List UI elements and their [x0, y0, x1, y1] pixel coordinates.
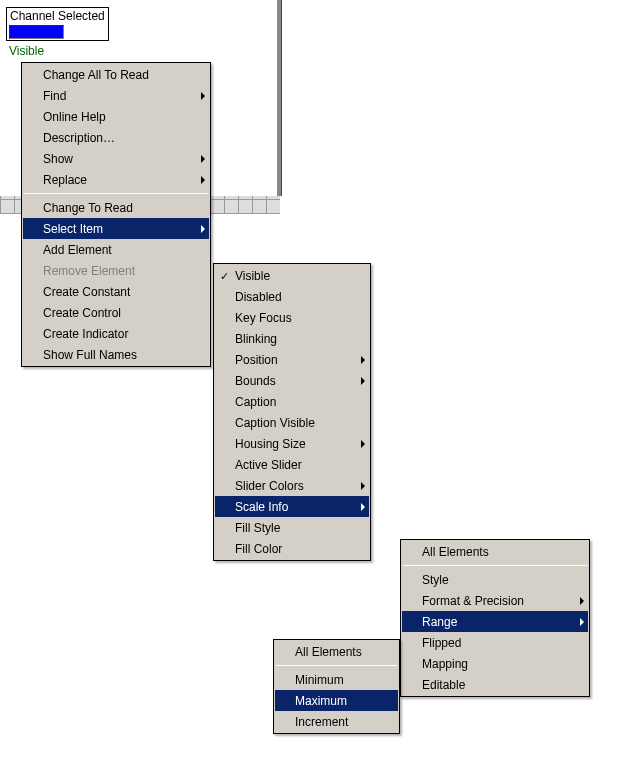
context-menu-main: Change All To ReadFindOnline HelpDescrip… [21, 62, 211, 367]
submenu-arrow-icon [201, 225, 205, 233]
menu-item-flipped[interactable]: Flipped [402, 632, 588, 653]
menu-item-label: Caption [235, 395, 276, 409]
menu-item-all-elements[interactable]: All Elements [275, 641, 398, 662]
menu-item-editable[interactable]: Editable [402, 674, 588, 695]
menu-item-maximum[interactable]: Maximum [275, 690, 398, 711]
menu-item-label: Create Indicator [43, 327, 128, 341]
menu-item-label: Fill Color [235, 542, 282, 556]
menu-item-label: Bounds [235, 374, 276, 388]
submenu-arrow-icon [201, 155, 205, 163]
submenu-arrow-icon [201, 92, 205, 100]
menu-item-label: Caption Visible [235, 416, 315, 430]
menu-item-show-full-names[interactable]: Show Full Names [23, 344, 209, 365]
menu-item-label: Housing Size [235, 437, 306, 451]
submenu-arrow-icon [361, 356, 365, 364]
menu-item-label: Visible [235, 269, 270, 283]
menu-item-style[interactable]: Style [402, 569, 588, 590]
menu-item-label: Fill Style [235, 521, 280, 535]
menu-item-create-control[interactable]: Create Control [23, 302, 209, 323]
menu-item-label: Slider Colors [235, 479, 304, 493]
menu-item-mapping[interactable]: Mapping [402, 653, 588, 674]
menu-item-label: Position [235, 353, 278, 367]
menu-item-label: Maximum [295, 694, 347, 708]
menu-item-label: Create Control [43, 306, 121, 320]
menu-item-housing-size[interactable]: Housing Size [215, 433, 369, 454]
submenu-scale-info: All ElementsStyleFormat & PrecisionRange… [400, 539, 590, 697]
menu-separator [24, 193, 208, 194]
menu-item-caption-visible[interactable]: Caption Visible [215, 412, 369, 433]
menu-item-scale-info[interactable]: Scale Info [215, 496, 369, 517]
submenu-select-item: ✓VisibleDisabledKey FocusBlinkingPositio… [213, 263, 371, 561]
menu-item-label: Select Item [43, 222, 103, 236]
color-swatch[interactable] [9, 25, 64, 39]
submenu-arrow-icon [361, 503, 365, 511]
menu-item-label: Editable [422, 678, 465, 692]
menu-item-change-to-read[interactable]: Change To Read [23, 197, 209, 218]
menu-item-caption[interactable]: Caption [215, 391, 369, 412]
menu-item-range[interactable]: Range [402, 611, 588, 632]
submenu-range: All ElementsMinimumMaximumIncrement [273, 639, 400, 734]
checkmark-icon: ✓ [220, 269, 229, 282]
menu-item-disabled[interactable]: Disabled [215, 286, 369, 307]
menu-item-label: Description… [43, 131, 115, 145]
submenu-arrow-icon [361, 440, 365, 448]
menu-item-show[interactable]: Show [23, 148, 209, 169]
menu-item-description[interactable]: Description… [23, 127, 209, 148]
menu-item-all-elements[interactable]: All Elements [402, 541, 588, 562]
menu-item-label: Style [422, 573, 449, 587]
menu-item-bounds[interactable]: Bounds [215, 370, 369, 391]
menu-item-slider-colors[interactable]: Slider Colors [215, 475, 369, 496]
menu-item-increment[interactable]: Increment [275, 711, 398, 732]
menu-item-label: Key Focus [235, 311, 292, 325]
menu-separator [403, 565, 587, 566]
submenu-arrow-icon [580, 597, 584, 605]
menu-item-label: Show Full Names [43, 348, 137, 362]
menu-item-label: All Elements [422, 545, 489, 559]
menu-item-label: Change All To Read [43, 68, 149, 82]
submenu-arrow-icon [361, 482, 365, 490]
menu-item-label: Change To Read [43, 201, 133, 215]
submenu-arrow-icon [201, 176, 205, 184]
menu-item-label: Range [422, 615, 457, 629]
menu-item-label: Disabled [235, 290, 282, 304]
menu-item-fill-color[interactable]: Fill Color [215, 538, 369, 559]
menu-item-minimum[interactable]: Minimum [275, 669, 398, 690]
menu-item-add-element[interactable]: Add Element [23, 239, 209, 260]
menu-item-position[interactable]: Position [215, 349, 369, 370]
menu-item-find[interactable]: Find [23, 85, 209, 106]
menu-item-format-precision[interactable]: Format & Precision [402, 590, 588, 611]
control-label: Channel Selected [7, 8, 108, 24]
menu-item-label: Blinking [235, 332, 277, 346]
menu-item-active-slider[interactable]: Active Slider [215, 454, 369, 475]
menu-item-online-help[interactable]: Online Help [23, 106, 209, 127]
menu-item-replace[interactable]: Replace [23, 169, 209, 190]
menu-item-label: Flipped [422, 636, 461, 650]
menu-item-label: Find [43, 89, 66, 103]
menu-item-label: Remove Element [43, 264, 135, 278]
menu-item-label: Scale Info [235, 500, 288, 514]
channel-selected-control[interactable]: Channel Selected [6, 7, 109, 41]
menu-item-label: Mapping [422, 657, 468, 671]
menu-item-create-indicator[interactable]: Create Indicator [23, 323, 209, 344]
menu-item-label: Show [43, 152, 73, 166]
menu-item-key-focus[interactable]: Key Focus [215, 307, 369, 328]
visible-indicator: Visible [9, 44, 44, 58]
menu-item-label: Replace [43, 173, 87, 187]
menu-item-create-constant[interactable]: Create Constant [23, 281, 209, 302]
menu-item-visible[interactable]: ✓Visible [215, 265, 369, 286]
menu-item-label: Add Element [43, 243, 112, 257]
menu-item-label: Active Slider [235, 458, 302, 472]
frame-edge [276, 0, 282, 196]
menu-item-change-all-to-read[interactable]: Change All To Read [23, 64, 209, 85]
menu-item-label: Minimum [295, 673, 344, 687]
menu-item-label: Format & Precision [422, 594, 524, 608]
menu-item-label: Increment [295, 715, 348, 729]
menu-item-fill-style[interactable]: Fill Style [215, 517, 369, 538]
menu-item-label: All Elements [295, 645, 362, 659]
menu-item-label: Online Help [43, 110, 106, 124]
submenu-arrow-icon [361, 377, 365, 385]
submenu-arrow-icon [580, 618, 584, 626]
menu-item-blinking[interactable]: Blinking [215, 328, 369, 349]
menu-separator [276, 665, 397, 666]
menu-item-select-item[interactable]: Select Item [23, 218, 209, 239]
